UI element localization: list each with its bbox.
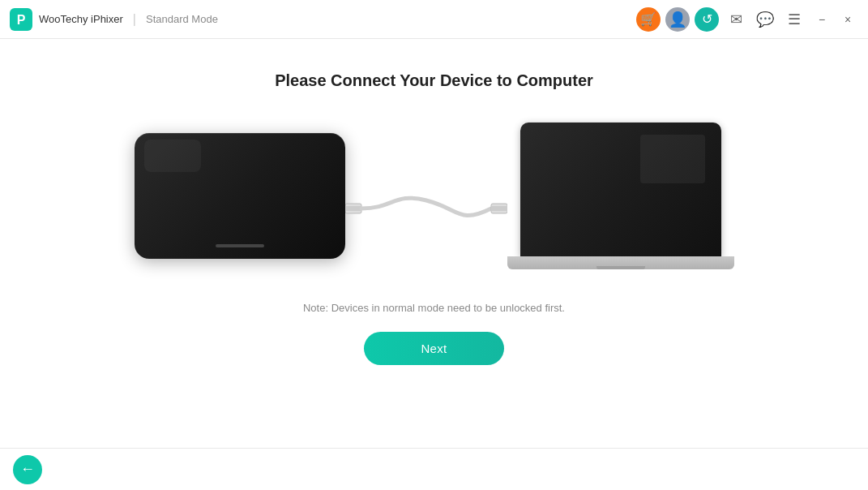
titlebar-icons: 🛒 👤 ↺ ✉ 💬 ☰ − × (636, 7, 858, 32)
back-button[interactable]: ← (13, 455, 42, 484)
mode-label: Standard Mode (146, 13, 218, 25)
device-illustration (135, 122, 734, 269)
page-title: Please Connect Your Device to Computer (275, 71, 593, 90)
next-button[interactable]: Next (364, 332, 503, 365)
update-icon[interactable]: ↺ (695, 7, 719, 32)
phone-illustration (135, 133, 345, 259)
laptop-illustration (507, 122, 734, 269)
app-name: WooTechy iPhixer (39, 13, 123, 25)
close-button[interactable]: × (837, 9, 858, 30)
main-content: Please Connect Your Device to Computer N… (0, 39, 868, 448)
titlebar: P WooTechy iPhixer | Standard Mode 🛒 👤 ↺… (0, 0, 868, 39)
svg-rect-3 (345, 206, 361, 211)
back-arrow-icon: ← (20, 461, 35, 478)
menu-icon[interactable]: ☰ (782, 7, 806, 32)
bottom-bar: ← (0, 448, 868, 490)
laptop-base (507, 256, 734, 269)
cart-icon[interactable]: 🛒 (636, 7, 661, 32)
user-icon[interactable]: 👤 (665, 7, 690, 32)
cable-illustration (345, 176, 507, 241)
minimize-button[interactable]: − (811, 9, 832, 30)
mail-icon[interactable]: ✉ (724, 7, 748, 32)
note-text: Note: Devices in normal mode need to be … (303, 302, 565, 314)
svg-text:P: P (17, 13, 26, 27)
svg-rect-5 (491, 206, 507, 211)
chat-icon[interactable]: 💬 (753, 7, 777, 32)
laptop-screen (520, 122, 721, 256)
app-logo: P (10, 8, 32, 31)
